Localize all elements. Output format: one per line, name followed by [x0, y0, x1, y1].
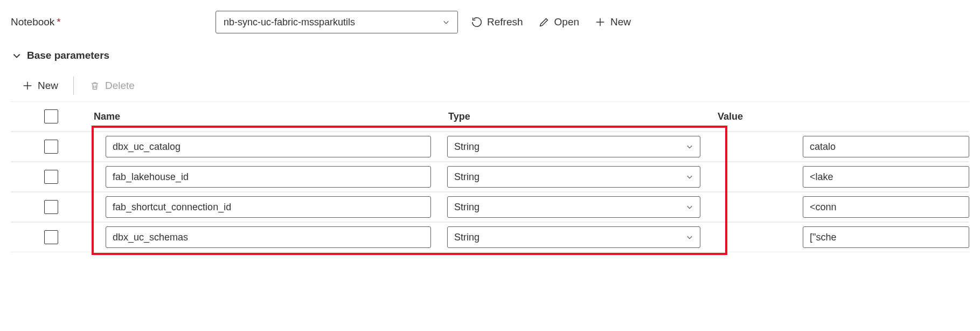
refresh-icon	[471, 16, 483, 28]
chevron-down-icon	[686, 143, 693, 150]
param-type-select[interactable]: String	[447, 196, 700, 218]
pencil-icon	[538, 16, 550, 28]
parameters-table: Name Type Value String String	[11, 101, 969, 252]
param-name-input[interactable]	[106, 166, 431, 188]
param-value-input[interactable]	[803, 136, 969, 157]
param-name-input[interactable]	[106, 196, 431, 218]
notebook-selected-value: nb-sync-uc-fabric-mssparkutils	[224, 17, 355, 28]
param-value-input[interactable]	[803, 196, 969, 218]
plus-icon	[594, 16, 606, 28]
param-value-input[interactable]	[803, 226, 969, 248]
select-all-checkbox[interactable]	[44, 109, 58, 123]
row-checkbox[interactable]	[44, 200, 58, 214]
param-type-select[interactable]: String	[447, 136, 700, 157]
divider	[73, 77, 74, 95]
notebook-label: Notebook*	[11, 16, 205, 28]
param-type-select[interactable]: String	[447, 166, 700, 188]
table-row: String	[11, 162, 969, 192]
base-parameters-toggle[interactable]: Base parameters	[11, 50, 969, 61]
table-header: Name Type Value	[11, 101, 969, 132]
delete-parameter-button[interactable]: Delete	[87, 77, 137, 95]
refresh-button[interactable]: Refresh	[469, 13, 525, 31]
table-row: String	[11, 222, 969, 252]
chevron-down-icon	[686, 233, 693, 241]
param-name-input[interactable]	[106, 226, 431, 248]
param-value-input[interactable]	[803, 166, 969, 188]
column-header-value[interactable]: Value	[717, 111, 969, 122]
open-button[interactable]: Open	[536, 13, 581, 31]
chevron-down-icon	[686, 173, 693, 181]
table-row: String	[11, 132, 969, 162]
plus-icon	[22, 80, 33, 92]
param-type-select[interactable]: String	[447, 226, 700, 248]
column-header-name[interactable]: Name	[92, 111, 447, 122]
table-row: String	[11, 192, 969, 222]
section-title: Base parameters	[27, 50, 109, 61]
chevron-down-icon	[442, 18, 450, 26]
column-header-type[interactable]: Type	[447, 111, 717, 122]
required-indicator: *	[57, 16, 60, 27]
row-checkbox[interactable]	[44, 140, 58, 154]
new-parameter-button[interactable]: New	[19, 77, 60, 95]
row-checkbox[interactable]	[44, 230, 58, 244]
trash-icon	[89, 80, 101, 92]
param-name-input[interactable]	[106, 136, 431, 157]
new-notebook-button[interactable]: New	[592, 13, 633, 31]
chevron-down-icon	[686, 203, 693, 211]
row-checkbox[interactable]	[44, 170, 58, 184]
chevron-down-icon	[12, 51, 22, 60]
notebook-dropdown[interactable]: nb-sync-uc-fabric-mssparkutils	[216, 11, 458, 33]
